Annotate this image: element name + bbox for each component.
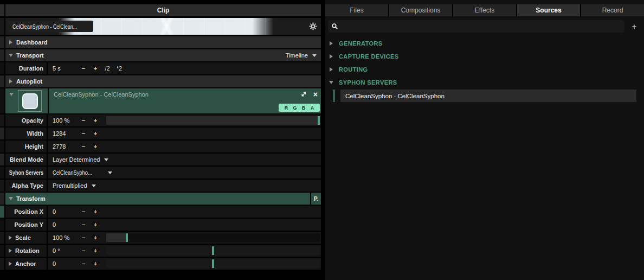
anchor-minus-button[interactable]: − — [78, 260, 89, 267]
section-autopilot[interactable]: Autopilot — [5, 75, 321, 87]
tab-files[interactable]: Files — [325, 4, 388, 16]
opacity-slider-handle[interactable] — [318, 116, 320, 125]
clip-name-pill[interactable]: CelCleanSyphon - CelClean... — [8, 21, 93, 32]
close-icon[interactable]: × — [313, 91, 318, 98]
scale-minus-button[interactable]: − — [78, 234, 89, 241]
opacity-plus-button[interactable]: + — [89, 117, 101, 124]
width-value[interactable]: 1284 — [48, 130, 78, 137]
position-x-minus-button[interactable]: − — [78, 208, 89, 215]
opacity-row: Opacity 100 % − + — [5, 114, 321, 126]
section-dashboard[interactable]: Dashboard — [5, 36, 321, 48]
section-transform[interactable]: Transform P. — [5, 193, 321, 205]
blend-mode-label: Blend Mode — [10, 156, 43, 163]
tab-effects[interactable]: Effects — [453, 4, 516, 16]
anchor-slider-handle[interactable] — [212, 259, 214, 268]
duration-plus-button[interactable]: + — [89, 65, 101, 72]
chevron-right-icon — [330, 67, 333, 72]
chevron-right-icon[interactable] — [9, 249, 12, 253]
transport-mode-caret-icon[interactable] — [308, 54, 321, 57]
rotation-value[interactable]: 0 ° — [48, 247, 78, 254]
tab-record[interactable]: Record — [581, 4, 644, 16]
position-x-value[interactable]: 0 — [48, 208, 78, 215]
scale-row: Scale 100 % − + — [5, 232, 321, 244]
height-plus-button[interactable]: + — [89, 143, 101, 150]
tree-group-routing[interactable]: ROUTING — [329, 63, 641, 76]
clip-preview-strip[interactable]: CelCleanSyphon - CelClean... — [5, 18, 321, 35]
channel-r-toggle[interactable]: R — [282, 105, 291, 111]
opacity-value[interactable]: 100 % — [48, 117, 78, 124]
width-row: Width 1284 − + — [5, 128, 321, 139]
blend-mode-caret-icon[interactable] — [100, 158, 113, 161]
rotation-slider[interactable] — [106, 246, 320, 255]
source-item-label: CelCleanSyphon - CelCleanSyphon — [345, 93, 445, 99]
duration-half-button[interactable]: /2 — [101, 65, 113, 72]
tree-group-capture-devices[interactable]: CAPTURE DEVICES — [329, 50, 641, 63]
width-label: Width — [27, 130, 43, 137]
chevron-down-icon[interactable] — [9, 93, 14, 96]
channel-b-toggle[interactable]: B — [299, 105, 308, 111]
width-plus-button[interactable]: + — [89, 130, 101, 137]
chevron-down-icon — [329, 81, 333, 84]
rotation-minus-button[interactable]: − — [78, 247, 89, 254]
channel-a-toggle[interactable]: A — [308, 105, 317, 111]
clip-panel: Clip CelCleanSyphon - CelClean... Dashbo… — [5, 0, 321, 280]
tree-group-syphon-servers[interactable]: SYPHON SERVERS — [329, 76, 641, 89]
duration-double-button[interactable]: *2 — [113, 65, 125, 72]
add-source-button[interactable]: + — [624, 22, 644, 31]
syphon-servers-label: Syhon Servers — [9, 169, 43, 176]
chevron-right-icon[interactable] — [9, 236, 12, 240]
rotation-slider-handle[interactable] — [212, 246, 214, 255]
syphon-servers-caret-icon[interactable] — [104, 171, 117, 174]
expand-icon[interactable] — [300, 91, 307, 98]
source-title: CelCleanSyphon - CelCleanSyphon — [54, 91, 149, 98]
tab-sources[interactable]: Sources — [517, 4, 580, 16]
syphon-servers-group-label: SYPHON SERVERS — [339, 79, 397, 86]
width-minus-button[interactable]: − — [78, 130, 89, 137]
tree-group-generators[interactable]: GENERATORS — [329, 37, 641, 50]
chevron-right-icon — [330, 41, 333, 46]
height-minus-button[interactable]: − — [78, 143, 89, 150]
chevron-down-icon — [9, 197, 13, 200]
source-list-item[interactable]: CelCleanSyphon - CelCleanSyphon — [340, 90, 636, 102]
anchor-plus-button[interactable]: + — [89, 260, 101, 267]
search-box[interactable] — [328, 20, 624, 33]
rgba-toggle: R G B A — [279, 104, 320, 112]
scale-plus-button[interactable]: + — [89, 234, 101, 241]
opacity-slider[interactable] — [106, 116, 320, 125]
alpha-type-caret-icon[interactable] — [87, 184, 100, 187]
section-transport[interactable]: Transport Timeline — [5, 49, 321, 61]
duration-value[interactable]: 5 s — [48, 65, 78, 72]
search-input[interactable] — [342, 22, 621, 30]
opacity-minus-button[interactable]: − — [78, 117, 89, 124]
anchor-value[interactable]: 0 — [48, 260, 78, 267]
source-thumbnail[interactable] — [18, 90, 42, 112]
routing-label: ROUTING — [339, 66, 368, 73]
scale-slider-handle[interactable] — [126, 233, 128, 242]
scale-slider[interactable] — [106, 233, 320, 242]
position-x-plus-button[interactable]: + — [89, 208, 101, 215]
browser-tabs: Files Compositions Effects Sources Recor… — [325, 4, 644, 16]
blend-mode-row: Blend Mode Layer Determined — [5, 154, 321, 166]
tab-compositions[interactable]: Compositions — [389, 4, 452, 16]
blend-mode-dropdown[interactable]: Layer Determined — [48, 156, 100, 163]
rotation-plus-button[interactable]: + — [89, 247, 101, 254]
height-row: Height 2778 − + — [5, 141, 321, 152]
position-y-plus-button[interactable]: + — [89, 221, 101, 228]
gear-icon[interactable] — [309, 22, 317, 30]
search-icon — [331, 23, 338, 30]
anchor-slider[interactable] — [106, 259, 320, 268]
position-y-value[interactable]: 0 — [48, 221, 78, 228]
syphon-servers-dropdown[interactable]: CelCleanSypho... — [53, 169, 92, 176]
chevron-right-icon[interactable] — [9, 262, 12, 266]
position-y-minus-button[interactable]: − — [78, 221, 89, 228]
transport-mode-dropdown[interactable]: Timeline — [286, 52, 308, 59]
source-header[interactable]: CelCleanSyphon - CelCleanSyphon × R G B — [5, 88, 321, 113]
duration-minus-button[interactable]: − — [78, 65, 89, 72]
scale-value[interactable]: 100 % — [48, 234, 78, 241]
channel-g-toggle[interactable]: G — [291, 105, 299, 111]
alpha-type-dropdown[interactable]: Premultiplied — [48, 182, 87, 189]
height-value[interactable]: 2778 — [48, 143, 78, 150]
transform-label: Transform — [16, 195, 46, 202]
clip-name-label: CelCleanSyphon - CelClean... — [12, 23, 77, 30]
transform-preset-button[interactable]: P. — [310, 193, 321, 205]
